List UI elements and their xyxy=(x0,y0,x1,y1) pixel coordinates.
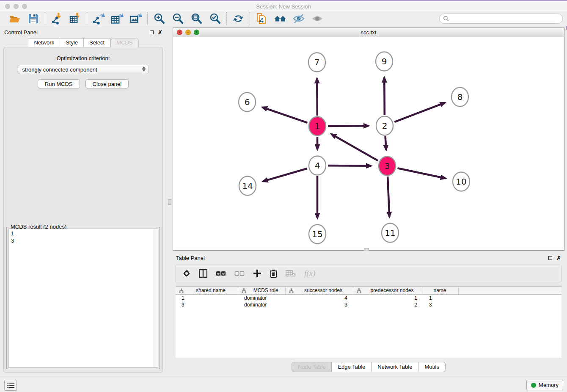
criterion-select[interactable]: strongly connected component xyxy=(18,65,149,74)
result-scrollbar[interactable] xyxy=(154,229,158,367)
network-graph[interactable]: 7968124314101511 xyxy=(173,37,564,251)
search-input[interactable] xyxy=(439,14,563,24)
cell-successor-nodes[interactable]: 3 xyxy=(286,301,353,308)
edge-2-8[interactable] xyxy=(394,103,445,122)
tab-network[interactable]: Network xyxy=(28,38,60,47)
table-panel-header: Table Panel ✗ xyxy=(173,253,564,263)
edge-1-7[interactable] xyxy=(317,78,317,116)
node-2[interactable]: 2 xyxy=(376,116,393,135)
memory-button[interactable]: Memory xyxy=(526,380,563,390)
import-table-button[interactable] xyxy=(69,12,82,25)
cell-name[interactable]: 1 xyxy=(423,295,459,301)
delete-table-button xyxy=(286,270,296,277)
table-row[interactable]: 3dominator323 xyxy=(176,301,561,308)
function-builder-icon: f(x) xyxy=(304,269,315,278)
node-8[interactable]: 8 xyxy=(451,88,468,107)
show-all-button[interactable] xyxy=(311,12,324,25)
cell-MCDS-role[interactable]: dominator xyxy=(238,301,286,308)
node-4[interactable]: 4 xyxy=(309,156,326,175)
cell-successor-nodes[interactable]: 4 xyxy=(286,295,353,301)
node-10[interactable]: 10 xyxy=(453,172,470,191)
shared-column-icon xyxy=(357,288,361,293)
table-row[interactable]: 1dominator411 xyxy=(176,295,561,301)
zoom-out-icon xyxy=(172,13,184,25)
close-table-panel-icon[interactable]: ✗ xyxy=(556,256,561,260)
task-history-button[interactable] xyxy=(4,380,17,391)
zoom-selected-button[interactable] xyxy=(209,12,221,25)
cell-predecessor-nodes[interactable]: 2 xyxy=(353,301,423,308)
zoom-out-button[interactable] xyxy=(171,12,184,25)
main-toolbar xyxy=(0,11,567,26)
columns-icon xyxy=(199,269,207,278)
edge-3-11[interactable] xyxy=(388,177,389,217)
zoom-fit-icon xyxy=(190,13,202,25)
node-1[interactable]: 1 xyxy=(309,117,326,136)
svg-text:2: 2 xyxy=(382,121,388,131)
apply-layout-button[interactable] xyxy=(232,12,245,25)
columns-button[interactable] xyxy=(199,269,207,278)
shared-column-icon xyxy=(179,288,184,293)
open-session-button[interactable] xyxy=(8,12,21,25)
edge-4-3[interactable] xyxy=(328,166,371,166)
node-7[interactable]: 7 xyxy=(308,53,325,72)
edge-3-1[interactable] xyxy=(331,134,378,161)
network-canvas[interactable]: 7968124314101511 xyxy=(173,37,564,250)
result-line: 1 xyxy=(11,230,152,237)
column-header-shared-name[interactable]: shared name xyxy=(176,287,238,294)
export-network-button[interactable] xyxy=(92,12,105,25)
gear-button[interactable] xyxy=(183,270,190,277)
duplicate-network-button[interactable] xyxy=(255,12,268,25)
cell-predecessor-nodes[interactable]: 1 xyxy=(353,295,423,301)
run-mcds-button[interactable]: Run MCDS xyxy=(38,79,80,88)
edge-1-2[interactable] xyxy=(328,126,369,126)
tab-edge-table[interactable]: Edge Table xyxy=(332,362,372,372)
tab-style[interactable]: Style xyxy=(60,38,84,47)
edge-4-14[interactable] xyxy=(263,168,307,181)
export-image-button[interactable] xyxy=(129,12,142,25)
cell-shared-name[interactable]: 3 xyxy=(176,301,238,308)
tab-mcds[interactable]: MCDS xyxy=(110,38,138,48)
tab-motifs[interactable]: Motifs xyxy=(418,362,446,372)
select-none-button[interactable] xyxy=(234,271,245,276)
column-header-predecessor-nodes[interactable]: predecessor nodes xyxy=(353,287,423,294)
save-session-button[interactable] xyxy=(27,12,40,25)
float-panel-icon[interactable] xyxy=(150,30,154,34)
zoom-fit-button[interactable] xyxy=(190,12,203,25)
edge-2-3[interactable] xyxy=(385,136,386,150)
mcds-result-text[interactable]: 13 xyxy=(8,229,158,367)
vertical-splitter-grip[interactable] xyxy=(168,199,171,205)
cell-name[interactable]: 3 xyxy=(423,301,459,308)
cell-shared-name[interactable]: 1 xyxy=(176,295,238,301)
first-neighbors-button[interactable] xyxy=(274,12,286,25)
list-icon xyxy=(7,382,14,388)
node-11[interactable]: 11 xyxy=(382,224,399,243)
zoom-selected-icon xyxy=(209,13,221,25)
edge-1-6[interactable] xyxy=(262,107,307,123)
cell-MCDS-role[interactable]: dominator xyxy=(238,295,286,301)
node-14[interactable]: 14 xyxy=(239,177,256,196)
tab-node-table[interactable]: Node Table xyxy=(292,362,332,372)
horizontal-splitter-grip[interactable] xyxy=(364,248,369,251)
column-header-name[interactable]: name xyxy=(423,287,459,294)
export-table-button[interactable] xyxy=(111,12,124,25)
column-header-MCDS-role[interactable]: MCDS role xyxy=(238,287,286,294)
node-15[interactable]: 15 xyxy=(309,225,326,244)
delete-column-button[interactable] xyxy=(270,269,277,278)
hide-selected-button[interactable] xyxy=(292,12,305,25)
edge-3-10[interactable] xyxy=(397,168,445,178)
close-panel-icon[interactable]: ✗ xyxy=(158,30,162,34)
add-column-button[interactable] xyxy=(253,269,261,278)
node-9[interactable]: 9 xyxy=(376,52,393,71)
node-3[interactable]: 3 xyxy=(379,157,396,176)
close-panel-button[interactable]: Close panel xyxy=(85,79,129,88)
column-header-successor-nodes[interactable]: successor nodes xyxy=(286,287,353,294)
select-all-checked-button[interactable] xyxy=(216,271,226,276)
import-network-button[interactable] xyxy=(50,12,63,25)
gear-icon xyxy=(183,270,190,277)
zoom-in-button[interactable] xyxy=(153,12,165,25)
tab-select[interactable]: Select xyxy=(84,38,110,47)
node-6[interactable]: 6 xyxy=(239,93,256,112)
edge-2-9[interactable] xyxy=(384,77,385,115)
tab-network-table[interactable]: Network Table xyxy=(372,362,418,372)
float-table-panel-icon[interactable] xyxy=(548,256,552,260)
